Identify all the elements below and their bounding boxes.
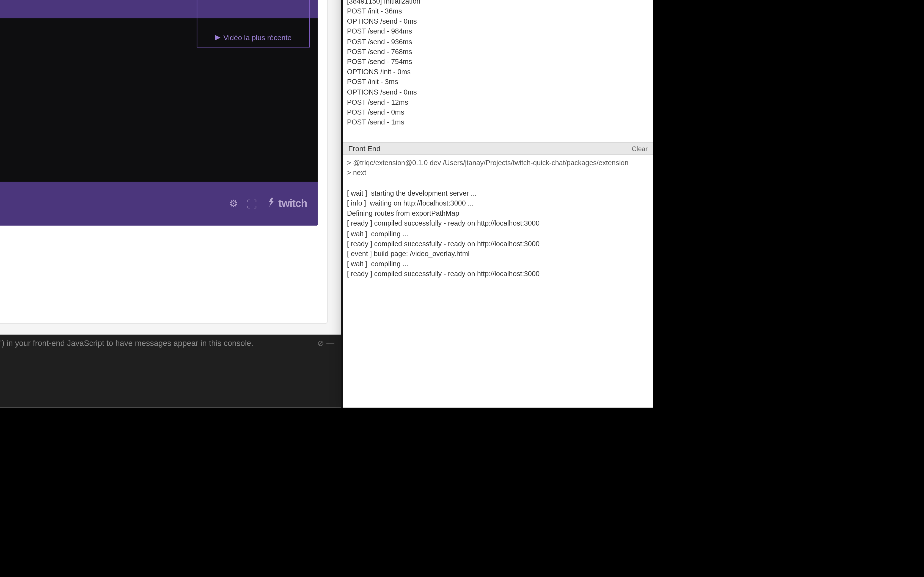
video-icon: ▶	[215, 33, 220, 42]
content-area: Extension Views + Create New View Stop F…	[0, 0, 341, 408]
dev-rig-window: Twitch Developer Rig Add Project ▾ Twitc…	[0, 0, 341, 408]
player-controls: ▶ 🔊 ⚙ ⛶ twitch	[0, 182, 318, 226]
frontend-panel-header: Front End Clear	[343, 142, 653, 155]
backend-terminal-output[interactable]: > @trlqc/server@0.1.0 debug /Users/jtana…	[343, 0, 653, 142]
frontend-clear-button[interactable]: Clear	[632, 145, 648, 152]
settings-icon[interactable]: ⚙	[229, 198, 237, 210]
video-player: djiit just jamin Regarder ✕ ▶ Vi	[0, 0, 318, 226]
twitch-logo[interactable]: twitch	[267, 198, 307, 210]
view-card: Broadcaster (video_overlay.html) Edit Co…	[0, 0, 328, 324]
console-clear-button[interactable]: ⊘ —	[317, 338, 334, 348]
video-overlay-box[interactable]: ▶ Vidéo la plus récente	[197, 0, 310, 48]
rig-console: internal $ Invoke window.Twitch.ext.rig.…	[0, 335, 341, 408]
fullscreen-icon[interactable]: ⛶	[247, 198, 257, 210]
frontend-terminal-output[interactable]: > @trlqc/extension@0.1.0 dev /Users/jtan…	[343, 155, 653, 408]
console-message: Invoke window.Twitch.ext.rig.log('...') …	[0, 338, 253, 348]
terminal-window: Twitch Developer Rig Back End Clear > @t…	[343, 0, 653, 408]
